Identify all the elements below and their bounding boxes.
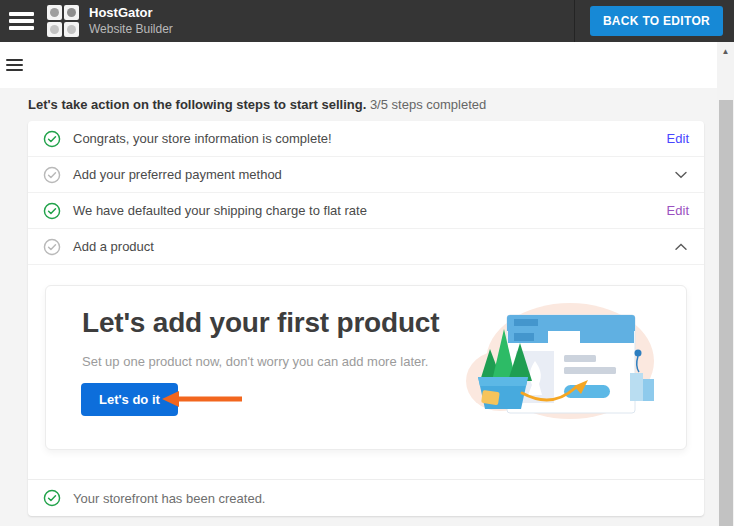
- scroll-up-arrow-icon[interactable]: ▲: [717, 42, 734, 60]
- hamburger-icon[interactable]: [9, 9, 34, 34]
- brand-block: HostGator Website Builder: [89, 5, 173, 37]
- main-content: Let's take action on the following steps…: [0, 88, 734, 516]
- chevron-down-icon[interactable]: [673, 169, 689, 181]
- back-to-editor-button[interactable]: BACK TO EDITOR: [590, 6, 723, 36]
- row-label: Your storefront has been created.: [73, 491, 689, 506]
- panel-subtitle: Set up one product now, don't worry you …: [82, 354, 428, 369]
- progress-counter: 3/5 steps completed: [370, 97, 486, 112]
- check-circle-icon: [43, 166, 61, 184]
- hostgator-logo-icon: [47, 5, 79, 37]
- brand-name: HostGator: [89, 5, 173, 22]
- row-label: Add your preferred payment method: [73, 167, 661, 182]
- panel-title: Let's add your first product: [82, 307, 439, 339]
- check-circle-icon: [43, 238, 61, 256]
- row-label: We have defaulted your shipping charge t…: [73, 203, 655, 218]
- vertical-scrollbar[interactable]: ▲: [717, 42, 734, 526]
- sidebar-toggle-hamburger-icon[interactable]: [6, 56, 23, 74]
- check-circle-icon: [43, 130, 61, 148]
- intro-headline: Let's take action on the following steps…: [28, 97, 366, 112]
- product-illustration: [452, 293, 667, 437]
- add-product-panel: Let's add your first product Set up one …: [45, 285, 687, 450]
- checklist-row-add-product[interactable]: Add a product: [28, 229, 704, 265]
- checklist-card: Congrats, your store information is comp…: [28, 121, 704, 516]
- top-header: HostGator Website Builder BACK TO EDITOR: [0, 0, 734, 42]
- checklist-row-payment-method[interactable]: Add your preferred payment method: [28, 157, 704, 193]
- scrollbar-thumb[interactable]: [719, 100, 733, 526]
- checklist-row-shipping[interactable]: We have defaulted your shipping charge t…: [28, 193, 704, 229]
- brand-subtitle: Website Builder: [89, 22, 173, 38]
- check-circle-icon: [43, 489, 61, 507]
- orange-arrow-annotation-icon: [162, 389, 244, 413]
- header-right-section: BACK TO EDITOR: [574, 0, 734, 42]
- check-circle-icon: [43, 202, 61, 220]
- chevron-up-icon[interactable]: [673, 241, 689, 253]
- add-product-expanded-section: Let's add your first product Set up one …: [28, 265, 704, 479]
- row-label: Congrats, your store information is comp…: [73, 131, 655, 146]
- edit-shipping-link[interactable]: Edit: [667, 203, 689, 218]
- edit-store-info-link[interactable]: Edit: [667, 131, 689, 146]
- row-label: Add a product: [73, 239, 661, 254]
- checklist-row-store-info[interactable]: Congrats, your store information is comp…: [28, 121, 704, 157]
- secondary-toolbar: [0, 42, 734, 88]
- checklist-row-storefront[interactable]: Your storefront has been created.: [28, 479, 704, 516]
- intro-line: Let's take action on the following steps…: [28, 97, 706, 112]
